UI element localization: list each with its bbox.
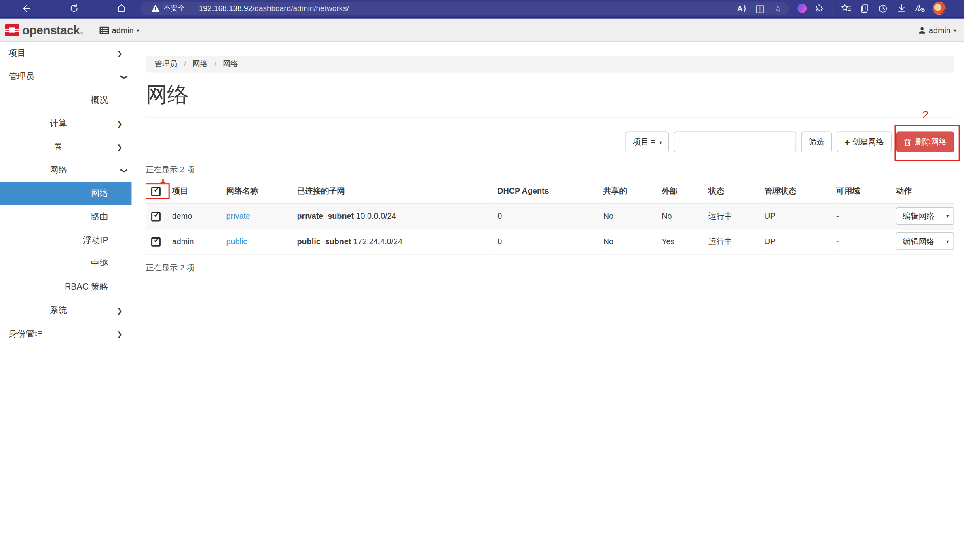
editor-icon[interactable] — [914, 3, 925, 14]
favorites-bar-icon[interactable] — [841, 3, 852, 14]
filter-button[interactable]: 筛选 — [801, 131, 832, 152]
networks-table: ✓1项目网络名称已连接的子网DHCP Agents共享的外部状态管理状态可用域动… — [146, 179, 954, 254]
extensions-puzzle-icon[interactable] — [814, 3, 825, 14]
sidebar-item-trunks[interactable]: 中继 — [0, 252, 131, 275]
cell-subnets: private_subnet 10.0.0.0/24 — [295, 203, 496, 228]
cell-project: admin — [170, 229, 224, 254]
check-icon: ✓ — [153, 209, 161, 220]
chevron-right-icon: ❯ — [117, 143, 131, 151]
chevron-right-icon: ❯ — [117, 306, 131, 315]
column-header-9[interactable]: 动作 — [894, 179, 954, 203]
column-header-7[interactable]: 管理状态 — [763, 179, 835, 203]
main-content: 管理员 / 网络 / 网络 网络 项目 = ▾ 筛选 + 创建网络 — [131, 42, 964, 559]
cell-dhcp-agents: 0 — [496, 203, 602, 228]
column-header-1[interactable]: 网络名称 — [224, 179, 295, 203]
check-icon: ✓ — [153, 234, 161, 245]
sidebar-item-overview[interactable]: 概况 — [0, 89, 131, 112]
sidebar-item-label: 项目 — [0, 48, 117, 59]
sidebar-item-floating-ips[interactable]: 浮动IP — [0, 229, 131, 252]
row-actions-caret[interactable]: ▾ — [941, 208, 954, 224]
network-link-private[interactable]: private — [226, 211, 250, 221]
sidebar-item-project[interactable]: 项目❯ — [0, 42, 131, 65]
column-header-3[interactable]: DHCP Agents — [496, 179, 602, 203]
openstack-brand[interactable]: openstack ® — [5, 23, 83, 37]
cell-availability-zone: - — [834, 203, 894, 228]
column-header-8[interactable]: 可用域 — [834, 179, 894, 203]
cell-dhcp-agents: 0 — [496, 229, 602, 254]
project-filter-dropdown[interactable]: 项目 = ▾ — [625, 131, 669, 152]
sidebar-item-identity[interactable]: 身份管理❯ — [0, 322, 131, 346]
cell-project: demo — [170, 203, 224, 228]
refresh-icon[interactable] — [68, 3, 79, 14]
sidebar-item-rbac-policies[interactable]: RBAC 策略 — [0, 275, 131, 299]
row-checkbox-private[interactable]: ✓ — [151, 212, 161, 221]
sidebar-item-network-group[interactable]: 网络❯ — [0, 158, 131, 182]
address-separator — [192, 4, 192, 13]
breadcrumb-admin[interactable]: 管理员 — [154, 59, 178, 68]
delete-networks-button[interactable]: 删除网络 — [896, 131, 954, 152]
brand-text: openstack — [22, 23, 80, 37]
openstack-logo-icon — [5, 24, 19, 36]
list-icon — [99, 26, 109, 34]
title-divider — [146, 117, 954, 118]
plus-icon: + — [844, 137, 850, 147]
read-aloud-icon[interactable]: A⟩ — [737, 3, 747, 13]
column-header-2[interactable]: 已连接的子网 — [295, 179, 496, 203]
cell-admin-state: UP — [763, 203, 835, 228]
collections-icon[interactable] — [859, 3, 870, 14]
row-actions-caret[interactable]: ▾ — [941, 233, 954, 249]
network-link-public[interactable]: public — [226, 237, 247, 246]
sidebar-item-label: 网络 — [0, 188, 117, 199]
sidebar-item-compute[interactable]: 计算❯ — [0, 112, 131, 135]
url-text[interactable]: 192.168.138.92/dashboard/admin/networks/ — [199, 4, 737, 13]
user-menu[interactable]: admin ▾ — [918, 25, 956, 35]
select-all-cell: ✓1 — [146, 179, 170, 203]
sidebar-item-label: 管理员 — [0, 71, 117, 82]
caret-down-icon: ▾ — [137, 27, 139, 33]
home-icon[interactable] — [116, 3, 127, 14]
sidebar-nav: 项目❯管理员❯概况计算❯卷❯网络❯网络路由浮动IP中继RBAC 策略系统❯身份管… — [0, 42, 131, 559]
column-header-0[interactable]: 项目 — [170, 179, 224, 203]
sidebar-item-networks[interactable]: 网络 — [0, 182, 131, 205]
sidebar-item-system[interactable]: 系统❯ — [0, 299, 131, 322]
project-switcher[interactable]: admin ▾ — [99, 25, 139, 35]
table-row-private: ✓demoprivateprivate_subnet 10.0.0.0/240N… — [146, 203, 954, 228]
chevron-down-icon: ❯ — [120, 163, 128, 178]
chevron-right-icon: ❯ — [117, 120, 131, 128]
extension-brain-icon[interactable] — [797, 4, 807, 13]
create-network-button[interactable]: + 创建网络 — [837, 131, 892, 152]
sidebar-item-label: 身份管理 — [0, 328, 117, 339]
cell-availability-zone: - — [834, 229, 894, 254]
sidebar-item-label: RBAC 策略 — [0, 281, 117, 292]
breadcrumb-separator: / — [184, 59, 186, 68]
sidebar-item-label: 路由 — [0, 211, 117, 222]
security-label[interactable]: 不安全 — [163, 4, 184, 13]
breadcrumb: 管理员 / 网络 / 网络 — [146, 56, 954, 72]
address-bar[interactable]: 不安全 192.168.138.92/dashboard/admin/netwo… — [140, 2, 789, 15]
split-screen-icon[interactable]: ◫ — [755, 3, 765, 13]
history-icon[interactable] — [877, 3, 888, 14]
user-menu-label: admin — [929, 25, 951, 35]
sidebar-item-routers[interactable]: 路由 — [0, 205, 131, 229]
favorite-star-icon[interactable]: ☆ — [773, 3, 782, 13]
sidebar-item-admin[interactable]: 管理员❯ — [0, 65, 131, 89]
select-all-checkbox[interactable]: ✓ — [151, 187, 161, 196]
not-secure-warning-icon[interactable] — [151, 4, 160, 13]
subnet-name: public_subnet — [297, 237, 351, 246]
sidebar-item-volumes[interactable]: 卷❯ — [0, 135, 131, 159]
edit-network-button-public[interactable]: 编辑网络▾ — [896, 232, 954, 250]
profile-avatar[interactable] — [933, 2, 946, 15]
sidebar-item-label: 卷 — [0, 142, 117, 152]
column-header-4[interactable]: 共享的 — [601, 179, 660, 203]
breadcrumb-network-group[interactable]: 网络 — [192, 59, 208, 68]
row-checkbox-public[interactable]: ✓ — [151, 237, 161, 246]
registered-mark: ® — [80, 32, 83, 35]
breadcrumb-networks[interactable]: 网络 — [223, 59, 238, 68]
downloads-icon[interactable] — [896, 3, 907, 14]
caret-down-icon: ▾ — [953, 27, 956, 33]
column-header-5[interactable]: 外部 — [660, 179, 707, 203]
back-icon[interactable] — [21, 3, 32, 14]
column-header-6[interactable]: 状态 — [706, 179, 762, 203]
edit-network-button-private[interactable]: 编辑网络▾ — [896, 207, 954, 225]
search-input[interactable] — [674, 131, 797, 152]
